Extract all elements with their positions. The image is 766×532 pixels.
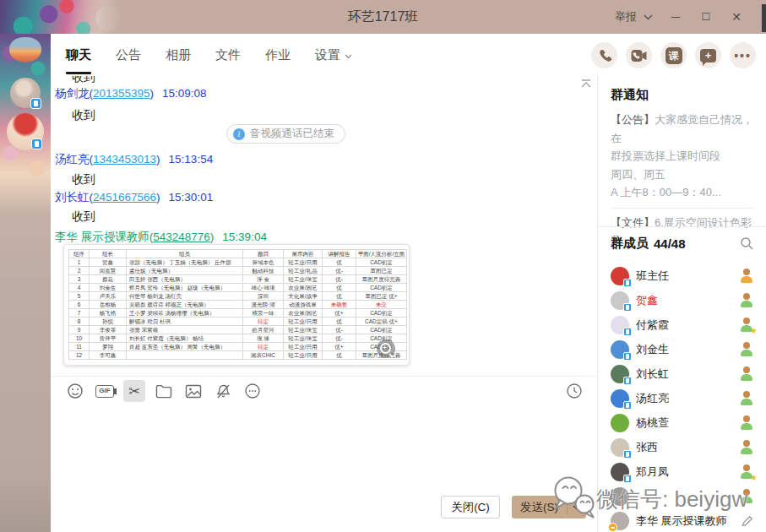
member-name: 郑月凤 [636,464,739,480]
table-cell: 郑月凤 贺玲（无电脑） 赵珑（无电脑） [127,284,243,292]
member-name: 刘金生 [636,342,739,357]
table-cell: 肖超 蓝东圣（无电脑） 周警（无电脑） [127,343,243,351]
table-row: 8孙悦解镅冰 程贝 杜琪待定轻工业/日用优CAD定稿 优+ [69,318,407,326]
sender-uin-link[interactable]: 543248776 [153,231,210,243]
announcement-item[interactable]: 【公告】大家感觉自己情况，在 [611,111,754,147]
member-row[interactable]: 刘长虹 [598,361,766,386]
member-row[interactable]: 李华 展示授课教师 [598,508,766,532]
members-title: 群成员 [611,236,649,252]
voice-call-button[interactable] [591,42,617,68]
tab-homework[interactable]: 作业 [265,34,291,76]
member-row[interactable] [598,484,766,508]
announcement-text[interactable]: 周四、周五 [611,166,754,184]
message-history-button[interactable] [563,380,585,402]
divider [598,226,766,227]
table-cell: 何世琴 杨剑龙 汤红亮 [127,292,243,301]
message-sender[interactable]: 李华 展示授课教师(543248776)15:39:04 [55,230,267,245]
avatar [611,389,629,408]
group-assignment-table-image[interactable]: 组序组长组员题目展示内容讲解报告平面/人流分析/立面 1贺鑫张甜（无电脑） 丁玉… [63,244,410,366]
table-cell: 张甜（无电脑） 丁玉娟（无电脑） 丘作朋 [127,258,243,267]
message-input[interactable]: 关闭(C) 发送(S) [51,405,597,532]
more-circle-icon [244,383,261,399]
member-name: 杨桃萱 [636,415,739,431]
table-cell: 未交 [356,301,407,309]
table-cell: 农业展/园艺 [284,284,323,292]
table-header-cell: 组序 [69,250,90,258]
table-cell: 动漫游戏展 [284,301,323,309]
zoom-in-icon[interactable]: + [377,339,395,358]
table-cell: 轻工业/珠宝 [284,334,323,343]
send-file-button[interactable] [153,380,175,402]
info-icon: i [233,128,245,140]
member-row[interactable]: 汤红亮 [598,386,766,410]
tab-albums[interactable]: 相册 [166,34,191,76]
member-name: 刘长虹 [636,366,739,382]
table-cell: 张蕾 宋紫薇 [127,326,243,334]
mobile-online-badge [623,279,632,287]
message-text: 收到 [72,108,95,123]
send-button[interactable]: 发送(S) [512,496,586,518]
sender-uin-link[interactable]: 2451667566 [93,191,156,204]
mobile-online-badge [623,377,632,385]
maximize-button[interactable]: ☐ [698,0,714,34]
announcement-text[interactable]: 群投票选择上课时间段 [611,147,754,166]
close-button[interactable]: ✕ [729,0,744,34]
table-cell: 8 [69,318,90,326]
message-sender[interactable]: 杨剑龙(201355395)15:09:08 [55,86,207,101]
emoji-button[interactable] [64,380,86,402]
minimize-button[interactable]: ─ [668,0,683,34]
scroll-to-top-button[interactable] [580,79,592,89]
screenshot-button[interactable]: ✂ [123,380,145,402]
table-cell: 王小梦 梁续菲 汤杨瑾璎（无电脑） [127,309,243,318]
member-row[interactable]: 郑月凤★ [598,459,766,484]
tab-chat[interactable]: 聊天 [66,34,91,76]
class-button[interactable]: 课 [660,42,687,68]
sender-name[interactable]: 李华 展示授课教师 [55,231,149,243]
tab-files[interactable]: 文件 [215,34,241,76]
more-actions-button[interactable]: ••• [730,42,756,68]
table-row: 7杨飞艳王小梦 梁续菲 汤杨瑾璎（无电脑）檀茶一味农业展/园艺优+CAD初定 [69,309,407,318]
video-call-button[interactable] [626,42,652,68]
member-row[interactable]: 班主任 [598,263,766,288]
send-image-button[interactable] [182,380,204,402]
table-cell: 刘长虹 付紫霞（无电脑） 杨结 [127,334,243,343]
class-icon: 课 [665,47,682,64]
send-options-button[interactable] [568,505,586,510]
avatar [611,340,629,359]
group-notice-section: 群通知 【公告】大家感觉自己情况，在 群投票选择上课时间段 周四、周五 A 上午… [598,76,766,250]
member-name: 付紫霞 [636,318,739,333]
message-time: 15:09:08 [162,87,207,100]
table-header-cell: 平面/人流分析/立面 [356,250,407,258]
member-row[interactable]: 付紫霞★ [598,312,766,337]
sender-uin-link[interactable]: 1343453013 [93,153,156,166]
conversation-avatar[interactable] [9,37,41,62]
announcement-text[interactable]: A 上午8：00—9：40... [611,183,754,202]
member-row[interactable]: 张西 [598,435,766,459]
close-button-composer[interactable]: 关闭(C) [441,496,500,518]
mobile-online-badge [623,450,632,459]
more-tools-button[interactable] [242,380,263,402]
sender-name[interactable]: 杨剑龙 [55,87,90,100]
tab-announcements[interactable]: 公告 [116,34,141,76]
message-sender[interactable]: 刘长虹(2451667566)15:30:01 [55,190,213,205]
message-sender[interactable]: 汤红亮(1343453013)15:13:54 [55,152,213,167]
new-post-button[interactable] [695,42,721,68]
nudge-button[interactable] [212,380,234,402]
table-cell: 孟仕妮（无电脑） [127,267,243,275]
sender-uin-link[interactable]: 201355395 [93,87,150,100]
table-cell: 湘衷CHIC [243,351,284,360]
search-members-button[interactable] [740,236,754,251]
member-row[interactable]: 刘金生 [598,337,766,361]
sender-name[interactable]: 刘长虹 [55,191,90,204]
gif-button[interactable]: GIF [94,380,116,402]
tab-settings[interactable]: 设置 [315,34,352,76]
table-row: 6岳相杨吴晓磊 蔡诗诗 祁福正（无电脑）漫光阴·湖动漫游戏展未确整未交 [69,301,407,309]
member-row[interactable]: 贺鑫 [598,288,766,312]
report-button[interactable]: 举报 [615,9,653,24]
member-list: 班主任贺鑫付紫霞★刘金生刘长虹汤红亮杨桃萱张西郑月凤★李华 展示授课教师 [598,263,766,532]
table-cell: CAD定稿 优+ [356,318,407,326]
chevron-down-icon [345,54,352,59]
edit-pencil-icon[interactable] [741,514,754,528]
sender-name[interactable]: 汤红亮 [55,153,90,166]
member-row[interactable]: 杨桃萱 [598,410,766,435]
